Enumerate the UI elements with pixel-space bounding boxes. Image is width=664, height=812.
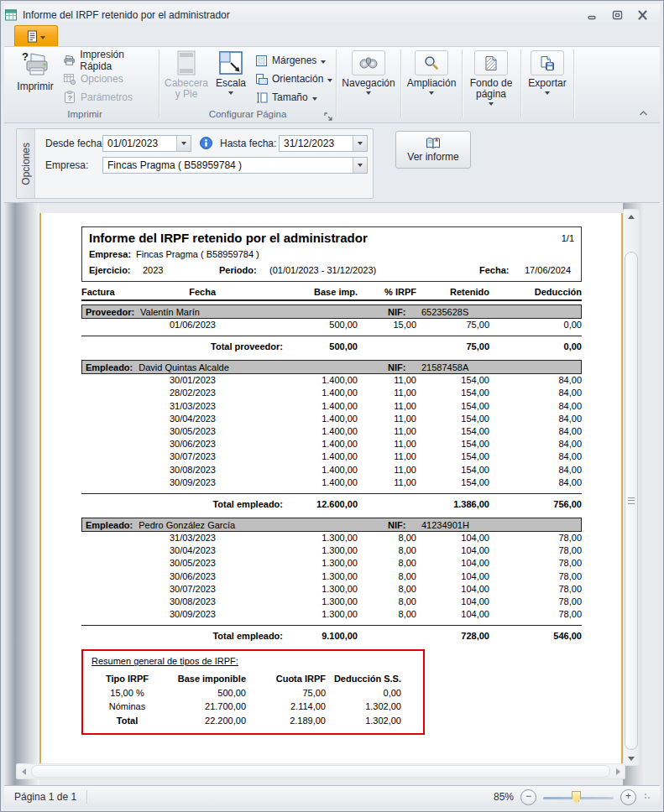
impresion-rapida-button[interactable]: Impresión Rápida (60, 52, 159, 69)
nif-label: NIF: (388, 520, 421, 530)
horizontal-scrollbar[interactable] (16, 763, 625, 779)
opciones-button[interactable]: Opciones (60, 70, 127, 87)
cell (81, 583, 140, 596)
zoom-out-button[interactable]: − (520, 789, 536, 805)
cell: 84,00 (489, 400, 582, 413)
zoom-slider-thumb[interactable] (572, 791, 581, 804)
group-name: Pedro González García (139, 520, 388, 530)
empresa-combobox[interactable]: Fincas Pragma ( B58959784 ) (102, 157, 368, 174)
close-button[interactable] (636, 9, 648, 20)
magnifier-icon (415, 50, 448, 75)
zoom-in-button[interactable]: + (620, 789, 636, 805)
scroll-down-button[interactable] (624, 752, 639, 765)
desde-fecha-combobox[interactable]: 01/01/2023 (102, 135, 191, 152)
tamano-label: Tamaño (272, 91, 308, 103)
resize-grip-icon[interactable] (645, 794, 651, 800)
preview-left-shade (4, 203, 39, 785)
navegacion-button[interactable]: Navegación (346, 50, 391, 95)
ampliacion-button[interactable]: Ampliación (409, 50, 454, 95)
cell: 154,00 (416, 413, 489, 425)
svg-text:?: ? (68, 94, 73, 102)
dropdown-button[interactable] (353, 136, 367, 151)
ribbon-group-imprimir-caption: Imprimir (11, 109, 159, 119)
zoom-slider[interactable] (543, 790, 614, 804)
collapse-ribbon-icon[interactable] (639, 110, 648, 117)
cell: 11,00 (358, 464, 416, 476)
cell (81, 570, 140, 583)
exportar-button[interactable]: Exportar (525, 50, 570, 95)
table-row: 28/02/20231.400,0011,00154,0084,00 (81, 387, 582, 399)
group-total-row: Total empleado:9.100,00728,00546,00 (81, 625, 582, 641)
cell: 1.300,00 (216, 596, 358, 608)
application-menu-tab[interactable] (14, 25, 58, 46)
hasta-fecha-label: Hasta fecha: (220, 138, 276, 149)
fondo-pagina-button[interactable]: Fondo de página (468, 50, 514, 106)
cell: 30/08/2023 (140, 464, 216, 476)
ribbon-group-imprimir: ? Imprimir Impresión Rápida (11, 47, 159, 122)
chevron-down-icon (429, 91, 434, 95)
group-total-row: Total proveedor:500,0075,000,00 (81, 336, 582, 351)
scroll-up-button[interactable] (624, 210, 639, 223)
chevron-down-icon (327, 79, 332, 82)
cell: 11,00 (358, 450, 416, 463)
tamano-button[interactable]: Tamaño (252, 89, 321, 106)
scroll-left-button[interactable] (17, 764, 30, 778)
summary-cell: 1.302,00 (326, 714, 401, 727)
group-name: David Quintas Alcalde (139, 362, 388, 372)
escala-button[interactable]: Escala (212, 50, 250, 95)
nif-value: 41234901H (421, 520, 578, 530)
margenes-button[interactable]: Márgenes (252, 52, 329, 69)
report-column-headers: Factura Fecha Base imp. % IRPF Retenido … (81, 287, 582, 301)
horizontal-scrollbar-thumb[interactable] (31, 765, 610, 778)
minimize-button[interactable] (586, 9, 598, 20)
cell: 11,00 (358, 400, 416, 413)
chevron-down-icon (366, 91, 371, 95)
cell: 84,00 (489, 438, 582, 450)
cell: 78,00 (489, 532, 582, 544)
parametros-button[interactable]: ? Parámetros (60, 89, 136, 106)
cell: 154,00 (416, 464, 489, 476)
vertical-scrollbar-thumb[interactable] (625, 252, 638, 750)
cell: 104,00 (416, 557, 489, 570)
cell: 30/07/2023 (140, 583, 216, 596)
chevron-down-icon (40, 36, 45, 39)
tab-row (4, 25, 660, 47)
print-preview-area: Informe del IRPF retenido por el adminis… (4, 202, 660, 785)
cell: 1.400,00 (216, 374, 358, 387)
restore-button[interactable] (611, 9, 623, 20)
total-label: Total empleado: (81, 631, 283, 641)
scroll-right-button[interactable] (611, 764, 625, 778)
desde-fecha-label: Desde fecha: (45, 138, 105, 149)
cell: 30/05/2023 (140, 557, 216, 570)
cell: 154,00 (416, 425, 489, 438)
cell: 1.400,00 (216, 464, 358, 476)
orientacion-button[interactable]: Orientación (252, 70, 336, 87)
vertical-scrollbar[interactable] (623, 209, 640, 766)
total-value: 756,00 (489, 499, 582, 509)
options-vertical-tab[interactable]: Opciones (17, 129, 35, 198)
ribbon-group-configurar-pagina: Cabecera y Pie Escala Márgenes (159, 47, 336, 122)
dropdown-button[interactable] (353, 158, 367, 173)
summary-cell: 2.114,00 (246, 700, 326, 713)
column-header: Deducción (489, 287, 582, 297)
hasta-fecha-combobox[interactable]: 31/12/2023 (279, 135, 368, 152)
printer-question-icon: ? (21, 50, 50, 79)
fecha-value: 17/06/2024 (520, 265, 574, 275)
table-row: 30/01/20231.400,0011,00154,0084,00 (81, 374, 582, 387)
cabecera-pie-button[interactable]: Cabecera y Pie (163, 50, 210, 100)
irpf-summary-box: Resumen general de tipos de IRPF: Tipo I… (81, 649, 425, 735)
cell (81, 374, 140, 387)
chevron-down-icon (181, 142, 186, 145)
ver-informe-button[interactable]: Ver informe (395, 131, 471, 169)
cell (81, 596, 140, 608)
dropdown-button[interactable] (176, 136, 191, 151)
page-background-icon (474, 50, 508, 75)
cell: 8,00 (358, 596, 416, 608)
group-header-band: Proveedor:Valentín MarínNIF:65235628S (81, 304, 582, 319)
ribbon: ? Imprimir Impresión Rápida (4, 47, 660, 123)
cell: 84,00 (489, 450, 582, 463)
triangle-left-icon (22, 768, 26, 775)
imprimir-button[interactable]: ? Imprimir (13, 50, 58, 92)
margins-icon (255, 55, 268, 67)
dialog-launcher-icon[interactable] (323, 110, 333, 120)
